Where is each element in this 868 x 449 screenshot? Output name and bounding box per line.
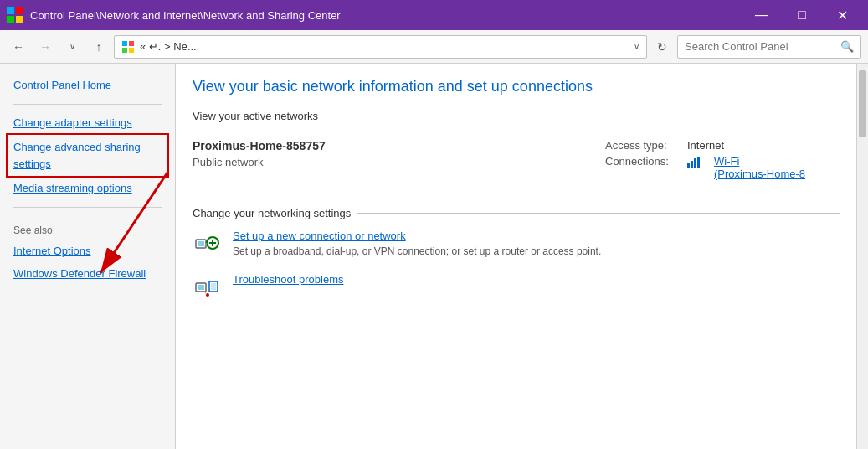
sidebar-item-change-adapter-settings[interactable]: Change adapter settings	[0, 111, 175, 135]
section-divider-1	[325, 116, 840, 116]
section-divider-2	[357, 213, 840, 214]
address-bar: ← → ∨ ↑ « ↵. > Ne... ∨ ↻ 🔍	[0, 30, 868, 64]
network-type: Public network	[193, 156, 588, 168]
svg-rect-11	[697, 157, 700, 168]
setup-connection-link[interactable]: Set up a new connection or network	[233, 230, 840, 242]
setup-connection-item: Set up a new connection or network Set u…	[193, 230, 840, 260]
maximize-button[interactable]: □	[783, 3, 821, 28]
address-text: « ↵. > Ne...	[140, 40, 629, 53]
network-right: Access type: Internet Connections: Wi-Fi…	[605, 139, 840, 183]
access-type-value: Internet	[687, 139, 724, 152]
sidebar-divider-1	[13, 104, 162, 105]
setup-connection-icon	[193, 230, 223, 260]
network-left: Proximus-Home-858757 Public network	[193, 139, 605, 183]
main-layout: Control Panel Home Change adapter settin…	[0, 64, 868, 449]
wifi-icon	[687, 155, 704, 180]
svg-rect-3	[16, 16, 23, 23]
networking-settings-header: Change your networking settings	[193, 207, 840, 219]
svg-rect-20	[211, 283, 216, 290]
svg-rect-1	[16, 7, 23, 14]
sidebar-item-change-advanced-sharing[interactable]: Change advanced sharing settings	[8, 136, 167, 175]
sidebar-item-control-panel-home[interactable]: Control Panel Home	[0, 74, 175, 97]
refresh-button[interactable]: ↻	[650, 35, 674, 59]
content-area: View your basic network information and …	[176, 64, 856, 449]
access-type-label: Access type:	[605, 139, 681, 152]
troubleshoot-icon	[193, 273, 223, 303]
minimize-button[interactable]: —	[742, 3, 781, 28]
title-bar: Control Panel\Network and Internet\Netwo…	[0, 0, 868, 30]
connections-link[interactable]: Wi-Fi (Proximus-Home-8	[714, 155, 805, 180]
window-title: Control Panel\Network and Internet\Netwo…	[30, 9, 742, 22]
svg-rect-6	[122, 48, 127, 53]
troubleshoot-item: Troubleshoot problems	[193, 273, 840, 303]
connections-label: Connections:	[605, 155, 681, 180]
close-button[interactable]: ✕	[823, 3, 861, 28]
sidebar-divider-2	[13, 207, 162, 208]
sidebar-item-windows-defender-firewall[interactable]: Windows Defender Firewall	[0, 262, 175, 286]
address-dropdown-arrow[interactable]: ∨	[634, 42, 639, 51]
svg-rect-0	[7, 7, 14, 14]
sidebar-item-internet-options[interactable]: Internet Options	[0, 240, 175, 263]
see-also-label: See also	[0, 214, 175, 240]
svg-rect-8	[687, 163, 690, 168]
dropdown-recent-button[interactable]: ∨	[60, 35, 84, 59]
svg-point-21	[206, 293, 209, 297]
svg-rect-5	[129, 41, 134, 46]
scrollbar[interactable]	[856, 64, 868, 449]
sidebar: Control Panel Home Change adapter settin…	[0, 64, 176, 449]
svg-rect-2	[7, 16, 14, 23]
search-button[interactable]: 🔍	[840, 40, 854, 53]
networking-settings-label: Change your networking settings	[193, 207, 351, 219]
setup-connection-text: Set up a new connection or network Set u…	[233, 230, 840, 259]
window-controls: — □ ✕	[742, 3, 861, 28]
sidebar-item-media-streaming[interactable]: Media streaming options	[0, 177, 175, 200]
svg-rect-19	[198, 285, 204, 290]
address-box[interactable]: « ↵. > Ne... ∨	[114, 35, 647, 59]
svg-rect-10	[694, 158, 696, 168]
up-button[interactable]: ↑	[87, 35, 110, 59]
search-input[interactable]	[685, 40, 840, 53]
connections-row: Connections: Wi-Fi (Proximus-Home-8	[605, 155, 840, 180]
svg-rect-7	[129, 48, 134, 53]
page-title: View your basic network information and …	[193, 77, 840, 96]
troubleshoot-text: Troubleshoot problems	[233, 273, 840, 288]
access-type-row: Access type: Internet	[605, 139, 840, 152]
troubleshoot-link[interactable]: Troubleshoot problems	[233, 273, 840, 286]
network-info: Proximus-Home-858757 Public network Acce…	[193, 132, 840, 190]
active-networks-label: View your active networks	[193, 110, 318, 122]
network-name: Proximus-Home-858757	[193, 139, 588, 152]
svg-rect-9	[691, 161, 693, 168]
setup-connection-desc: Set up a broadband, dial-up, or VPN conn…	[233, 245, 601, 257]
app-icon	[7, 7, 23, 23]
svg-rect-13	[198, 241, 204, 246]
settings-section: Change your networking settings	[193, 207, 840, 303]
back-button[interactable]: ←	[7, 35, 30, 59]
svg-rect-4	[122, 41, 127, 46]
forward-button[interactable]: →	[33, 35, 57, 59]
scrollbar-thumb[interactable]	[859, 70, 866, 137]
active-networks-header: View your active networks	[193, 110, 840, 122]
address-icon	[121, 40, 135, 54]
search-box[interactable]: 🔍	[677, 35, 861, 59]
